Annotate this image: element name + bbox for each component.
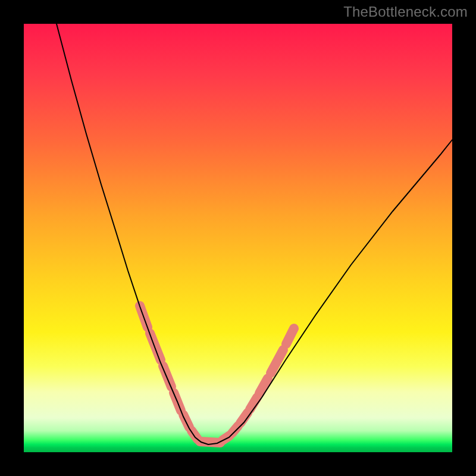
- marker-segment: [271, 350, 283, 373]
- watermark-text: TheBottleneck.com: [343, 4, 468, 20]
- plot-area: [24, 24, 452, 452]
- marker-segment: [250, 397, 257, 409]
- marker-segment: [286, 328, 294, 344]
- chart-frame: TheBottleneck.com: [0, 0, 476, 476]
- marker-group: [140, 306, 294, 443]
- bottleneck-curve: [57, 24, 452, 444]
- curve-layer: [24, 24, 452, 452]
